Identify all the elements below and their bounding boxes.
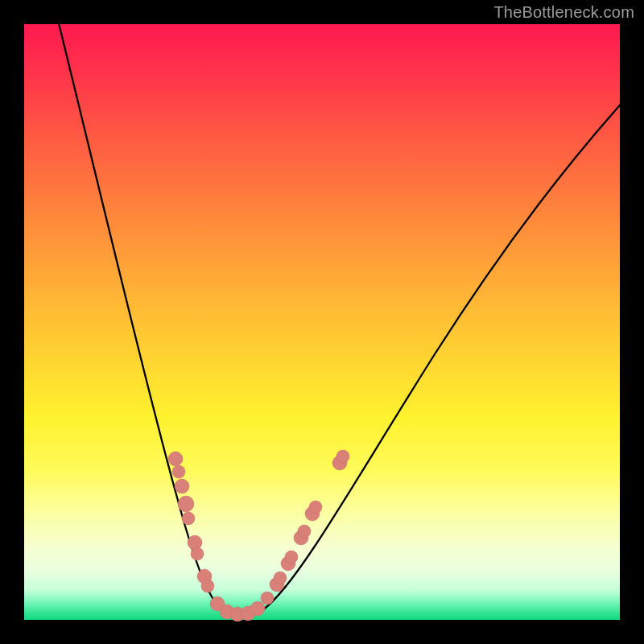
- data-point: [336, 450, 349, 463]
- curve-group: [58, 20, 624, 617]
- data-point: [191, 547, 204, 560]
- data-point: [172, 465, 185, 478]
- data-point: [182, 512, 195, 525]
- data-point: [285, 551, 298, 564]
- curve-left-curve: [58, 20, 242, 617]
- data-point: [201, 580, 214, 592]
- data-point: [250, 601, 265, 616]
- chart-svg: [24, 24, 620, 620]
- data-point: [309, 501, 322, 514]
- chart-plot-area: [24, 24, 620, 620]
- data-point: [175, 479, 189, 493]
- data-point: [261, 592, 274, 605]
- data-point: [188, 535, 202, 550]
- data-point: [274, 572, 287, 584]
- data-point: [178, 496, 194, 512]
- data-point: [168, 452, 183, 466]
- watermark-text: TheBottleneck.com: [493, 3, 634, 22]
- data-point: [298, 525, 311, 538]
